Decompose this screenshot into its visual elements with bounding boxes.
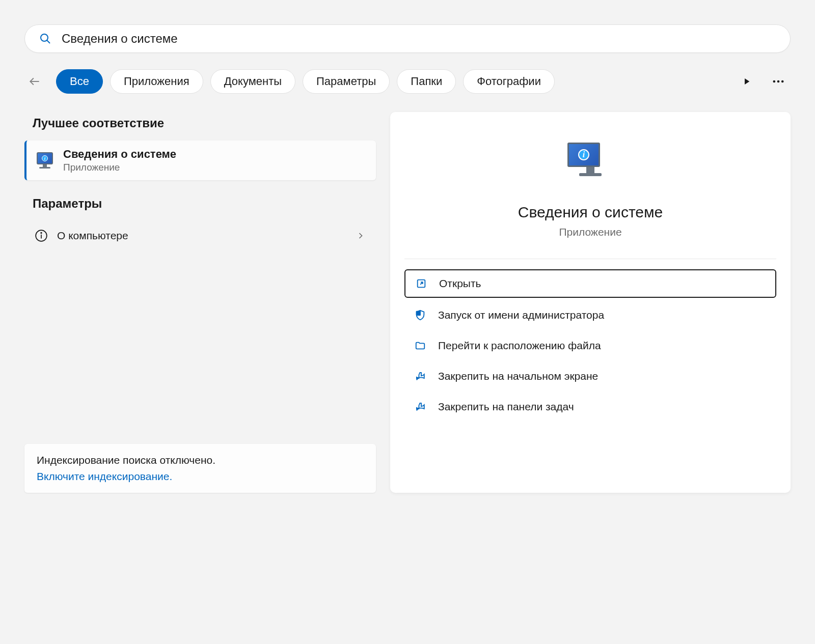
detail-app-icon: i: [567, 143, 613, 188]
svg-rect-11: [416, 311, 421, 316]
action-run-admin[interactable]: Запуск от имени администратора: [404, 302, 776, 328]
tab-documents[interactable]: Документы: [210, 69, 295, 94]
action-label: Перейти к расположению файла: [438, 340, 601, 352]
svg-point-4: [773, 80, 776, 83]
folder-icon: [415, 340, 426, 351]
tab-all[interactable]: Все: [56, 69, 103, 94]
settings-item-label: О компьютере: [57, 230, 356, 242]
enable-indexing-link[interactable]: Включите индексирование.: [37, 470, 364, 483]
more-button[interactable]: [766, 69, 791, 94]
detail-subtitle: Приложение: [559, 226, 621, 238]
pin-icon: [415, 401, 426, 412]
settings-heading: Параметры: [24, 192, 376, 221]
svg-point-9: [41, 233, 42, 234]
tab-folders[interactable]: Папки: [397, 69, 456, 94]
settings-item-about[interactable]: О компьютере: [24, 221, 376, 250]
result-system-information[interactable]: i Сведения о системе Приложение: [24, 141, 376, 180]
search-bar[interactable]: [24, 24, 791, 53]
svg-point-0: [41, 34, 48, 41]
ellipsis-icon: [771, 74, 785, 89]
results-pane: Лучшее соответствие i Сведения о системе…: [24, 112, 376, 493]
svg-point-6: [781, 80, 784, 83]
detail-pane: i Сведения о системе Приложение Открыть …: [390, 112, 791, 493]
svg-point-5: [777, 80, 780, 83]
action-label: Закрепить на начальном экране: [438, 370, 598, 382]
chevron-right-icon: [356, 231, 366, 241]
system-information-icon: i: [34, 149, 56, 172]
action-label: Запуск от имени администратора: [438, 309, 604, 321]
action-label: Открыть: [439, 277, 481, 290]
svg-marker-3: [745, 78, 749, 85]
back-button[interactable]: [24, 71, 45, 92]
action-label: Закрепить на панели задач: [438, 401, 574, 413]
scroll-forward-button[interactable]: [735, 69, 759, 94]
action-list: Открыть Запуск от имени администратора П…: [404, 269, 776, 420]
indexing-message: Индексирование поиска отключено.: [37, 454, 364, 466]
open-icon: [416, 278, 427, 289]
svg-line-1: [47, 40, 50, 43]
best-match-heading: Лучшее соответствие: [24, 112, 376, 141]
arrow-left-icon: [28, 75, 41, 88]
search-input[interactable]: [62, 32, 776, 46]
action-open[interactable]: Открыть: [404, 269, 776, 298]
action-pin-start[interactable]: Закрепить на начальном экране: [404, 363, 776, 389]
filter-tabs-row: Все Приложения Документы Параметры Папки…: [24, 69, 791, 94]
pin-icon: [415, 371, 426, 382]
shield-admin-icon: [415, 310, 426, 321]
result-title: Сведения о системе: [63, 148, 176, 161]
search-icon: [39, 33, 51, 45]
result-subtitle: Приложение: [63, 162, 176, 173]
tab-settings[interactable]: Параметры: [303, 69, 390, 94]
indexing-notice: Индексирование поиска отключено. Включит…: [24, 444, 376, 493]
info-icon: [35, 229, 48, 242]
detail-title: Сведения о системе: [518, 204, 663, 221]
action-open-location[interactable]: Перейти к расположению файла: [404, 332, 776, 359]
action-pin-taskbar[interactable]: Закрепить на панели задач: [404, 394, 776, 420]
divider: [404, 259, 776, 259]
play-icon: [743, 77, 751, 86]
tab-photos[interactable]: Фотографии: [463, 69, 555, 94]
tab-apps[interactable]: Приложения: [110, 69, 203, 94]
